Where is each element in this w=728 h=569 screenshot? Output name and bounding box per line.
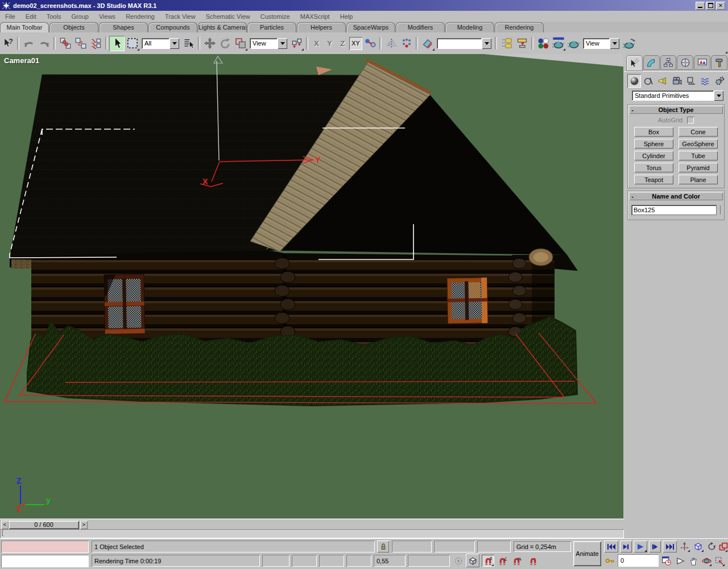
selection-filter-dropdown[interactable]: All xyxy=(142,38,179,49)
geosphere-button[interactable]: GeoSphere xyxy=(679,139,718,149)
select-and-move-button[interactable] xyxy=(202,36,217,51)
percent-snap-toggle-button[interactable]: % xyxy=(510,555,523,567)
named-selection-sets-dropdown[interactable] xyxy=(437,38,491,49)
tab-create[interactable] xyxy=(626,55,643,71)
undo-button[interactable] xyxy=(21,36,36,51)
current-frame-field[interactable]: 0 xyxy=(618,554,659,567)
angle-snap-toggle-button[interactable]: ∠ xyxy=(496,555,508,567)
category-helpers-button[interactable] xyxy=(684,74,698,88)
plane-button[interactable]: Plane xyxy=(679,175,718,184)
category-geometry-button[interactable] xyxy=(627,74,641,88)
help-mode-button[interactable]: ? xyxy=(0,36,15,51)
array-button[interactable] xyxy=(399,36,414,51)
select-and-link-button[interactable] xyxy=(57,36,73,51)
cone-button[interactable]: Cone xyxy=(679,127,718,137)
dropdown-arrow-icon[interactable] xyxy=(278,38,287,49)
set-key-mode-button[interactable] xyxy=(604,555,616,567)
teapot-button[interactable]: Teapot xyxy=(634,175,673,184)
go-to-start-button[interactable] xyxy=(604,541,618,552)
menu-file[interactable]: File xyxy=(0,12,20,21)
object-type-rollout-header[interactable]: - Object Type xyxy=(629,106,723,114)
tab-lights-cameras[interactable]: Lights & Cameras xyxy=(198,22,247,32)
dropdown-arrow-icon[interactable] xyxy=(610,38,619,49)
edit-named-selections-button[interactable] xyxy=(499,36,514,51)
open-track-view-button[interactable] xyxy=(514,36,530,51)
previous-frame-button[interactable] xyxy=(620,541,632,552)
menu-tools[interactable]: Tools xyxy=(42,12,67,21)
menu-track-view[interactable]: Track View xyxy=(160,12,201,21)
restore-button[interactable] xyxy=(706,2,715,10)
tab-hierarchy[interactable] xyxy=(660,55,677,70)
tab-shapes[interactable]: Shapes xyxy=(99,22,148,32)
region-select-button[interactable] xyxy=(125,36,140,51)
viewport-canvas[interactable]: Y X Z y x xyxy=(0,54,623,518)
zoom-extents-all-button[interactable] xyxy=(692,541,704,552)
viewport-label[interactable]: Camera01 xyxy=(4,56,39,65)
arc-rotate-selected-button[interactable] xyxy=(701,555,712,567)
tab-main-toolbar[interactable]: Main Toolbar xyxy=(0,22,49,32)
degradation-override-button[interactable] xyxy=(452,555,464,567)
use-pivot-center-button[interactable] xyxy=(289,36,304,51)
select-and-manipulate-button[interactable] xyxy=(362,36,378,51)
field-of-view-rotate-button[interactable] xyxy=(706,541,717,552)
time-slider-thumb[interactable]: 0 / 600 xyxy=(9,521,79,529)
tab-rendering[interactable]: Rendering xyxy=(495,22,544,32)
tab-display[interactable] xyxy=(694,55,710,70)
min-max-toggle-button[interactable] xyxy=(718,541,728,552)
previous-frame-arrow[interactable]: < xyxy=(1,521,9,529)
select-by-name-button[interactable] xyxy=(181,36,196,51)
category-systems-button[interactable] xyxy=(713,74,726,88)
tube-button[interactable]: Tube xyxy=(679,151,718,160)
selection-lock-toggle[interactable] xyxy=(377,541,389,552)
collapse-icon[interactable]: - xyxy=(629,106,636,113)
coord-z-display[interactable] xyxy=(477,541,511,552)
box-button[interactable]: Box xyxy=(634,127,673,137)
menu-edit[interactable]: Edit xyxy=(20,12,42,21)
mirror-button[interactable] xyxy=(383,36,399,51)
maxscript-mini-listener[interactable] xyxy=(1,555,89,567)
next-frame-button[interactable] xyxy=(649,541,661,552)
pan-view-button[interactable] xyxy=(688,555,699,567)
category-shapes-button[interactable] xyxy=(642,74,655,88)
menu-rendering[interactable]: Rendering xyxy=(121,12,160,21)
tab-particles[interactable]: Particles xyxy=(247,22,296,32)
dropdown-arrow-icon[interactable] xyxy=(482,38,491,49)
close-button[interactable]: ✕ xyxy=(716,2,725,10)
redo-button[interactable] xyxy=(36,36,52,51)
restrict-xy-plane-button[interactable]: XY xyxy=(349,37,362,50)
menu-group[interactable]: Group xyxy=(66,12,94,21)
sphere-button[interactable]: Sphere xyxy=(634,139,673,149)
category-lights-button[interactable] xyxy=(656,74,669,88)
snap-toggle-3d-button[interactable]: 3 xyxy=(482,555,494,567)
select-and-rotate-button[interactable] xyxy=(217,36,233,51)
minimize-button[interactable] xyxy=(696,2,705,10)
dropdown-arrow-icon[interactable] xyxy=(714,90,723,101)
menu-help[interactable]: Help xyxy=(335,12,358,21)
align-button[interactable] xyxy=(420,36,435,51)
tab-utilities[interactable] xyxy=(711,55,727,70)
go-to-end-button[interactable] xyxy=(663,541,677,552)
tab-compounds[interactable]: Compounds xyxy=(148,22,197,32)
object-color-swatch[interactable] xyxy=(720,205,721,215)
render-scene-button[interactable] xyxy=(551,36,566,51)
reference-coordinate-dropdown[interactable]: View xyxy=(250,38,287,49)
restrict-x-button[interactable]: X xyxy=(310,37,323,50)
autogrid-checkbox[interactable] xyxy=(687,117,694,123)
coord-y-display[interactable] xyxy=(434,541,475,552)
restrict-z-button[interactable]: Z xyxy=(336,37,349,50)
menu-views[interactable]: Views xyxy=(94,12,121,21)
material-editor-button[interactable] xyxy=(535,36,551,51)
quick-render-button[interactable] xyxy=(566,36,581,51)
title-bar[interactable]: demo02_screenshots.max - 3D Studio MAX R… xyxy=(0,0,728,11)
camera-viewport[interactable]: Camera01 xyxy=(0,54,624,519)
select-and-scale-button[interactable] xyxy=(233,36,248,51)
cylinder-button[interactable]: Cylinder xyxy=(634,151,673,160)
select-object-button[interactable] xyxy=(109,36,125,51)
render-last-button[interactable] xyxy=(621,36,636,51)
track-bar[interactable]: [ xyxy=(0,529,624,538)
dropdown-arrow-icon[interactable] xyxy=(169,38,179,49)
menu-customize[interactable]: Customize xyxy=(255,12,295,21)
name-color-rollout-header[interactable]: - Name and Color xyxy=(629,192,723,200)
zoom-extents-button[interactable] xyxy=(679,541,690,552)
tab-spacewarps-helpers[interactable]: Helpers xyxy=(297,22,346,32)
